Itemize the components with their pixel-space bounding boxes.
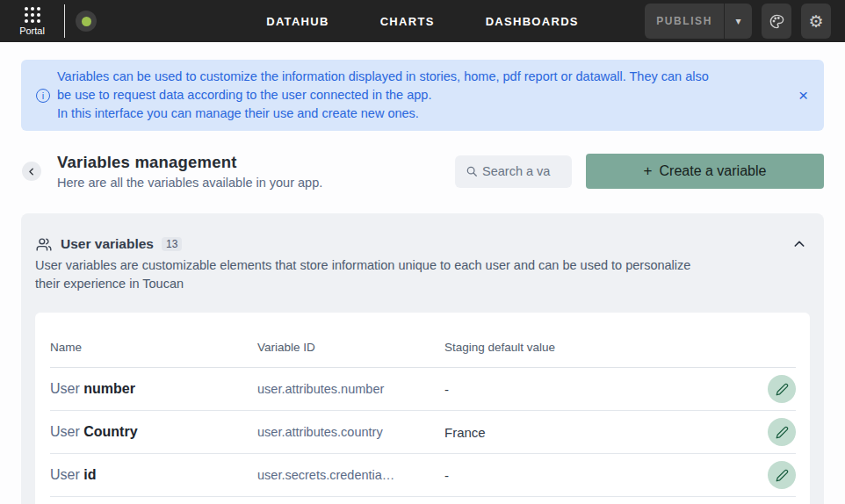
portal-label: Portal bbox=[19, 25, 45, 36]
user-variables-section: User variables 13 User variables are cus… bbox=[21, 213, 824, 504]
table-row: User Countryuser.attributes.countryFranc… bbox=[50, 411, 796, 454]
staging-default-value: - bbox=[444, 382, 768, 397]
count-badge: 13 bbox=[162, 237, 182, 251]
variable-id: user.secrets.credentia… bbox=[257, 468, 444, 482]
info-banner: i Variables can be used to customize the… bbox=[21, 60, 824, 131]
staging-default-value: - bbox=[444, 468, 768, 483]
back-button[interactable] bbox=[22, 162, 41, 181]
variable-name: User id bbox=[50, 467, 257, 483]
status-dot bbox=[82, 17, 91, 26]
nav-dashboards[interactable]: DASHBOARDS bbox=[480, 14, 584, 29]
pencil-icon bbox=[776, 426, 789, 439]
nav-charts[interactable]: CHARTS bbox=[375, 14, 440, 29]
settings-button[interactable]: ⚙ bbox=[801, 4, 831, 39]
palette-icon bbox=[769, 13, 785, 30]
info-icon: i bbox=[36, 89, 50, 103]
page-subtitle: Here are all the variables available in … bbox=[57, 176, 322, 190]
create-variable-button[interactable]: + Create a variable bbox=[586, 154, 824, 189]
col-name: Name bbox=[50, 341, 257, 354]
edit-variable-button[interactable] bbox=[768, 461, 796, 489]
section-header: User variables 13 bbox=[35, 236, 810, 252]
pencil-icon bbox=[776, 383, 789, 396]
section-description: User variables are customizable elements… bbox=[35, 256, 810, 293]
pencil-icon bbox=[776, 469, 789, 482]
theme-button[interactable] bbox=[762, 4, 791, 39]
avatar[interactable] bbox=[76, 11, 97, 32]
staging-default-value: France bbox=[444, 425, 768, 440]
variable-id: user.attributes.country bbox=[257, 425, 444, 439]
top-bar: Portal DATAHUB CHARTS DASHBOARDS PUBLISH… bbox=[0, 0, 845, 42]
grid-icon bbox=[25, 7, 40, 23]
page-header: Variables management Here are all the va… bbox=[22, 153, 824, 190]
variables-table: Name Variable ID Staging default value U… bbox=[35, 313, 810, 504]
table-header: Name Variable ID Staging default value bbox=[50, 313, 796, 368]
edit-variable-button[interactable] bbox=[768, 418, 796, 446]
titles: Variables management Here are all the va… bbox=[57, 153, 322, 190]
col-variable-id: Variable ID bbox=[257, 341, 444, 354]
users-icon bbox=[35, 237, 53, 252]
publish-group: PUBLISH ▾ bbox=[645, 4, 752, 39]
variable-name: User number bbox=[50, 381, 257, 397]
chevron-left-icon bbox=[27, 167, 36, 176]
search-input[interactable]: Search a va bbox=[455, 155, 572, 188]
chevron-down-icon: ▾ bbox=[735, 15, 740, 27]
variable-id: user.attributes.number bbox=[257, 382, 444, 396]
plus-icon: + bbox=[644, 162, 653, 180]
chevron-up-icon bbox=[792, 237, 806, 251]
close-icon[interactable]: × bbox=[795, 86, 812, 105]
section-title: User variables bbox=[61, 236, 154, 252]
topbar-actions: PUBLISH ▾ ⚙ bbox=[645, 4, 845, 39]
table-body: User numberuser.attributes.number-User C… bbox=[50, 368, 796, 497]
main-nav: DATAHUB CHARTS DASHBOARDS bbox=[261, 0, 584, 42]
publish-caret-button[interactable]: ▾ bbox=[725, 4, 752, 39]
col-staging-default-value: Staging default value bbox=[444, 341, 768, 354]
portal-button[interactable]: Portal bbox=[0, 4, 65, 38]
search-icon bbox=[466, 165, 478, 177]
nav-datahub[interactable]: DATAHUB bbox=[261, 14, 334, 29]
search-placeholder: Search a va bbox=[482, 164, 550, 178]
collapse-button[interactable] bbox=[787, 236, 810, 252]
table-row: User iduser.secrets.credentia…- bbox=[50, 454, 796, 497]
banner-text: Variables can be used to customize the i… bbox=[57, 68, 784, 123]
page-title: Variables management bbox=[57, 153, 322, 172]
edit-variable-button[interactable] bbox=[768, 375, 796, 403]
table-row: User numberuser.attributes.number- bbox=[50, 368, 796, 411]
variable-name: User Country bbox=[50, 424, 257, 440]
publish-button[interactable]: PUBLISH bbox=[645, 4, 724, 39]
gear-icon: ⚙ bbox=[808, 11, 823, 31]
